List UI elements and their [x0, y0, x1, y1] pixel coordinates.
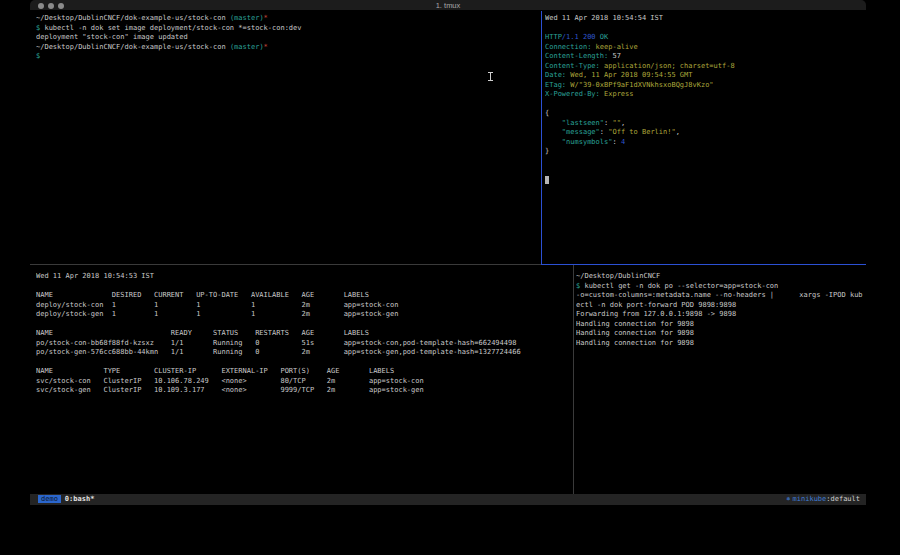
terminal-text-segment: NAME DESIRED CURRENT UP-TO-DATE AVAILABL…: [36, 291, 369, 299]
kubernetes-helm-icon: ⎈: [786, 495, 790, 503]
terminal-window: 1. tmux ~/Desktop/DublinCNCF/dok-example…: [30, 0, 866, 505]
terminal-text-segment: "Off to Berlin!": [608, 128, 675, 136]
terminal-text-segment: Forwarding from 127.0.0.1:9898 -> 9898: [576, 310, 736, 318]
mouse-ibeam-pointer: [488, 72, 493, 81]
screen: 1. tmux ~/Desktop/DublinCNCF/dok-example…: [0, 0, 900, 555]
terminal-text-segment: deployment "stock-con" image updated: [36, 33, 188, 41]
terminal-text-segment: $: [36, 52, 40, 60]
terminal-text-segment: }: [545, 147, 549, 155]
status-left: demo0:bash*: [38, 494, 94, 505]
terminal-text-segment: kubectl -n dok set image deployment/stoc…: [44, 24, 301, 32]
terminal-text-segment: OK: [596, 33, 609, 41]
terminal-text-segment: "lastseen": [545, 119, 604, 127]
terminal-text-segment: Wed 11 Apr 2018 10:54:53 IST: [36, 272, 154, 280]
terminal-text-segment: Handling connection for 9898: [576, 320, 694, 328]
terminal-text-segment: /1.1 200: [562, 33, 596, 41]
pane-divider-top-vertical[interactable]: [541, 11, 542, 264]
terminal-text-segment: kubectl get -n dok po --selector=app=sto…: [584, 282, 778, 290]
terminal-cursor: [545, 176, 549, 184]
terminal-text-segment: Wed 11 Apr 2018 10:54:54 IST: [545, 14, 663, 22]
terminal-text-segment: NAME READY STATUS RESTARTS AGE LABELS: [36, 329, 369, 337]
pane-top-right-http-response[interactable]: Wed 11 Apr 2018 10:54:54 IST HTTP/1.1 20…: [545, 14, 865, 262]
terminal-text-segment: svc/stock-gen ClusterIP 10.109.3.177 <no…: [36, 386, 424, 394]
terminal-text-segment: "numsymbols": [545, 138, 612, 146]
terminal-text-segment: NAME TYPE CLUSTER-IP EXTERNAL-IP PORT(S)…: [36, 367, 394, 375]
terminal-text-segment: -o=custom-columns=:metadata.name --no-he…: [576, 291, 863, 299]
pane-divider-bottom-vertical[interactable]: [573, 265, 574, 494]
terminal-text-segment: 57: [608, 52, 621, 60]
terminal-text-segment: ,: [621, 119, 625, 127]
pane-divider-right-horizontal[interactable]: [541, 264, 866, 265]
terminal-text-segment: Express: [600, 90, 634, 98]
terminal-text-segment: "message": [545, 128, 600, 136]
pane-bottom-left-kubectl-get[interactable]: Wed 11 Apr 2018 10:54:53 IST NAME DESIRE…: [36, 272, 572, 492]
terminal-text-segment: :: [600, 128, 608, 136]
terminal-text-segment: Connection:: [545, 43, 591, 51]
terminal-text-segment: Date:: [545, 71, 566, 79]
terminal-text-segment: ~/Desktop/DublinCNCF: [576, 272, 660, 280]
terminal-text-segment: deploy/stock-con 1 1 1 1 2m app=stock-co…: [36, 301, 398, 309]
terminal-text-segment: Content-Length:: [545, 52, 608, 60]
terminal-text-segment: deploy/stock-gen 1 1 1 1 2m app=stock-ge…: [36, 310, 398, 318]
pane-top-left-shell[interactable]: ~/Desktop/DublinCNCF/dok-example-us/stoc…: [36, 14, 539, 262]
terminal-text-segment: Handling connection for 9898: [576, 339, 694, 347]
status-right: ⎈minikube:default: [786, 494, 860, 505]
terminal-text-segment: *: [264, 43, 268, 51]
terminal-text-segment: (master): [230, 14, 264, 22]
terminal-text-segment: ectl -n dok port-forward POD 9898:9898: [576, 301, 736, 309]
kube-namespace-label: :default: [826, 495, 860, 503]
kube-context-label: minikube: [793, 495, 827, 503]
terminal-text-segment: HTTP: [545, 33, 562, 41]
tmux-status-bar: demo0:bash* ⎈minikube:default: [30, 494, 866, 505]
terminal-text-segment: W/"39-0xBPf9aF1dXVNkhsxoBQgJ8vKzo": [566, 81, 714, 89]
terminal-text-segment: po/stock-gen-576cc688bb-44kmn 1/1 Runnin…: [36, 348, 521, 356]
terminal-text-segment: ~/Desktop/DublinCNCF/dok-example-us/stoc…: [36, 14, 230, 22]
terminal-text-segment: keep-alive: [591, 43, 637, 51]
terminal-text-segment: X-Powered-By:: [545, 90, 600, 98]
window-title: 1. tmux: [30, 0, 866, 11]
terminal-text-segment: *: [264, 14, 268, 22]
terminal-text-segment: "": [612, 119, 620, 127]
terminal-text-segment: application/json; charset=utf-8: [600, 62, 735, 70]
terminal-text-segment: svc/stock-con ClusterIP 10.106.78.249 <n…: [36, 377, 424, 385]
traffic-lights: [38, 3, 64, 9]
window-tab-label[interactable]: 0:bash*: [65, 495, 95, 503]
terminal-text-segment: Wed, 11 Apr 2018 09:54:55 GMT: [566, 71, 692, 79]
close-button[interactable]: [38, 3, 44, 9]
session-name-badge[interactable]: demo: [38, 495, 61, 503]
terminal-text-segment: 4: [621, 138, 625, 146]
pane-bottom-right-port-forward[interactable]: ~/Desktop/DublinCNCF $ kubectl get -n do…: [576, 272, 865, 492]
zoom-button[interactable]: [58, 3, 64, 9]
terminal-text-segment: {: [545, 109, 549, 117]
window-titlebar[interactable]: 1. tmux: [30, 0, 866, 11]
terminal-text-segment: ,: [676, 128, 680, 136]
terminal-text-segment: ETag:: [545, 81, 566, 89]
minimize-button[interactable]: [48, 3, 54, 9]
terminal-text-segment: (master): [230, 43, 264, 51]
pane-divider-left-horizontal[interactable]: [30, 264, 541, 265]
terminal-text-segment: Handling connection for 9898: [576, 329, 694, 337]
terminal-text-segment: po/stock-con-bb68f88fd-kzsxz 1/1 Running…: [36, 339, 516, 347]
terminal-text-segment: :: [612, 138, 620, 146]
terminal-text-segment: ~/Desktop/DublinCNCF/dok-example-us/stoc…: [36, 43, 230, 51]
terminal-text-segment: Content-Type:: [545, 62, 600, 70]
